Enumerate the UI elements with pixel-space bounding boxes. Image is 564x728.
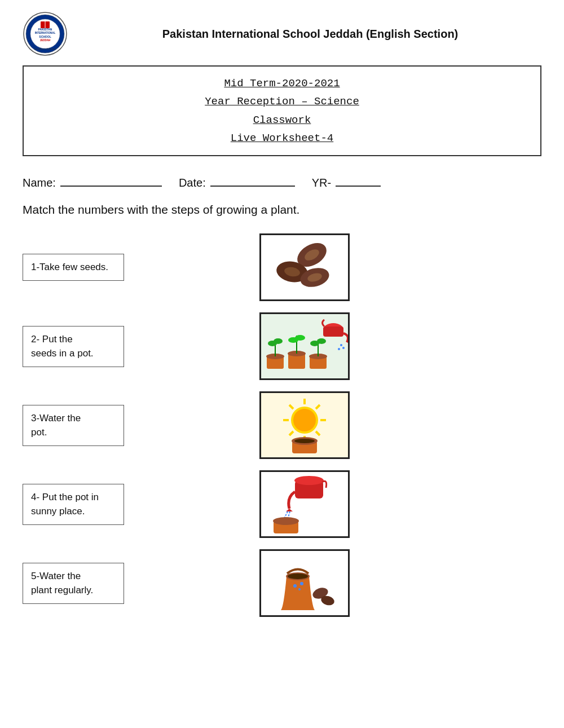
svg-point-37	[338, 348, 340, 350]
svg-point-32	[317, 338, 326, 344]
term-line: Mid Term-2020-2021	[35, 74, 529, 92]
match-container: 1-Take few seeds. 2- Put theseeds in a p…	[23, 233, 541, 617]
date-field: Date:	[179, 173, 295, 189]
classwork-line: Classwork	[35, 111, 529, 129]
date-label: Date:	[179, 177, 206, 189]
yr-field: YR-	[312, 173, 381, 189]
image-box-2	[259, 312, 350, 380]
yr-label: YR-	[312, 177, 331, 189]
svg-point-56	[273, 517, 299, 525]
year-line: Year Reception – Science	[35, 92, 529, 111]
school-logo: PAKISTAN INTERNATIONAL SCHOOL JEDDAH Exc…	[23, 11, 68, 56]
svg-rect-34	[323, 327, 343, 337]
svg-point-54	[294, 476, 324, 485]
match-row-3: 3-Water thepot.	[23, 391, 541, 459]
sun-image	[261, 393, 348, 457]
svg-text:JEDDAH: JEDDAH	[40, 39, 51, 42]
date-input[interactable]	[210, 173, 295, 187]
svg-point-36	[342, 347, 345, 349]
seeds-image	[261, 235, 348, 299]
worksheet-line: Live Worksheet-4	[35, 129, 529, 147]
step-label-5: 5-Water theplant regularly.	[23, 563, 124, 604]
watering-pot-image	[261, 472, 348, 536]
svg-point-26	[274, 338, 283, 344]
svg-point-63	[293, 584, 297, 588]
name-label: Name:	[23, 177, 56, 189]
svg-point-35	[340, 344, 342, 346]
match-row-2: 2- Put theseeds in a pot.	[23, 312, 541, 380]
svg-point-48	[293, 409, 316, 431]
svg-point-59	[288, 573, 308, 579]
watering-image	[261, 314, 348, 378]
image-box-4	[259, 470, 350, 538]
image-box-3	[259, 391, 350, 459]
step-label-1: 1-Take few seeds.	[23, 254, 124, 281]
image-box-1	[259, 233, 350, 301]
svg-point-51	[294, 439, 315, 443]
svg-point-64	[298, 588, 301, 590]
instruction-text: Match the numbers with the steps of grow…	[23, 203, 541, 217]
yr-input[interactable]	[336, 173, 381, 187]
form-row: Name: Date: YR-	[23, 173, 541, 189]
step-label-2: 2- Put theseeds in a pot.	[23, 326, 124, 367]
step-label-4: 4- Put the pot insunny place.	[23, 484, 124, 525]
name-field: Name:	[23, 173, 162, 189]
svg-text:SCHOOL: SCHOOL	[39, 35, 51, 38]
name-input[interactable]	[60, 173, 162, 187]
bucket-image	[261, 551, 348, 615]
step-label-3: 3-Water thepot.	[23, 405, 124, 446]
header: PAKISTAN INTERNATIONAL SCHOOL JEDDAH Exc…	[23, 11, 541, 56]
svg-text:Excellence In Education: Excellence In Education	[34, 48, 55, 50]
svg-point-62	[300, 582, 303, 585]
info-box: Mid Term-2020-2021 Year Reception – Scie…	[23, 65, 541, 156]
match-row-1: 1-Take few seeds.	[23, 233, 541, 301]
match-row-5: 5-Water theplant regularly.	[23, 549, 541, 617]
svg-text:INTERNATIONAL: INTERNATIONAL	[35, 32, 56, 34]
match-row-4: 4- Put the pot insunny place.	[23, 470, 541, 538]
school-title: Pakistan International School Jeddah (En…	[79, 28, 541, 41]
svg-point-29	[295, 335, 305, 341]
image-box-5	[259, 549, 350, 617]
